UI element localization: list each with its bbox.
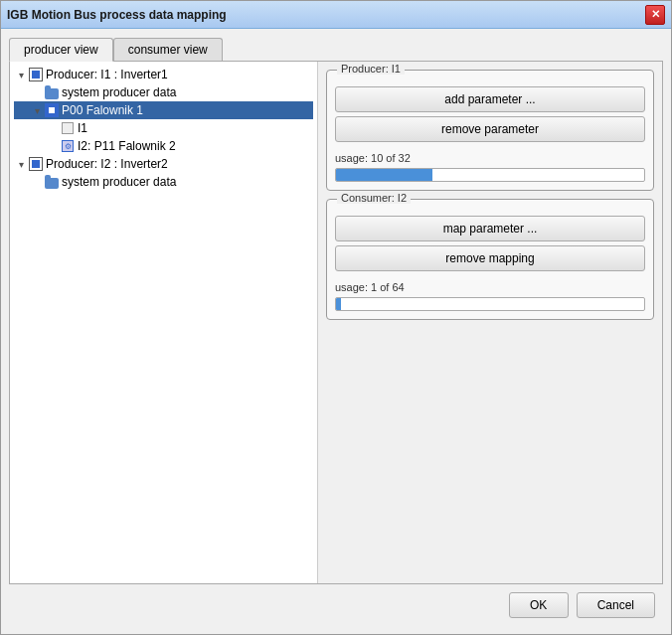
producer-icon [28,156,44,172]
consumer-group-title: Consumer: I2 [337,192,411,204]
producer-usage-label: usage: 10 of 32 [335,152,645,164]
title-bar: IGB Motion Bus process data mapping ✕ [1,1,671,29]
folder-icon [44,174,60,190]
tree-label: P00 Falownik 1 [62,103,143,117]
tree-spacer [46,139,60,153]
add-parameter-button[interactable]: add parameter ... [335,86,645,112]
tree-children: system producer data ▾ P00 Falownik 1 I1… [14,83,313,155]
producer-progress-fill [336,169,432,181]
tree-panel: ▾ Producer: I1 : Inverter1 system produc… [10,62,318,583]
tree-node: ▾ Producer: I1 : Inverter1 system produc… [14,66,313,155]
consumer-usage-label: usage: 1 of 64 [335,281,645,293]
consumer-progress-bar [335,297,645,311]
right-panel: Producer: I1 add parameter ... remove pa… [318,62,662,583]
tree-row[interactable]: ▾ Producer: I1 : Inverter1 [14,66,313,83]
tree-node: ▾ Producer: I2 : Inverter2 system produc… [14,155,313,191]
tree-row[interactable]: ▾ Producer: I2 : Inverter2 [14,155,313,173]
ok-button[interactable]: OK [509,592,569,618]
folder-icon [44,84,60,100]
tree-toggle[interactable]: ▾ [14,157,28,171]
tab-producer[interactable]: producer view [9,38,113,62]
tree-toggle[interactable]: ▾ [30,103,44,117]
tree-container: ▾ Producer: I1 : Inverter1 system produc… [14,66,313,191]
window-title: IGB Motion Bus process data mapping [7,8,227,22]
param-icon2: ⚙ [60,138,76,154]
remove-mapping-button[interactable]: remove mapping [335,245,645,271]
consumer-group: Consumer: I2 map parameter ... remove ma… [326,199,654,320]
tree-label: system producer data [62,85,176,99]
tree-children: system producer data [14,173,313,191]
tree-children: I1 ⚙ I2: P11 Falownik 2 [14,119,313,155]
tree-row[interactable]: ▾ P00 Falownik 1 [14,101,313,119]
producer-group: Producer: I1 add parameter ... remove pa… [326,70,654,191]
tree-node: ⚙ I2: P11 Falownik 2 [14,137,313,155]
tab-consumer[interactable]: consumer view [113,38,223,62]
map-parameter-button[interactable]: map parameter ... [335,216,645,241]
tree-label: Producer: I1 : Inverter1 [46,68,168,81]
tree-row[interactable]: I1 [14,119,313,137]
tree-spacer [46,121,60,135]
consumer-progress-fill [336,298,341,310]
tabs-row: producer view consumer view [9,37,663,61]
content-area: producer view consumer view ▾ Producer: … [1,29,671,634]
tree-spacer [30,175,44,189]
remove-parameter-button[interactable]: remove parameter [335,116,645,142]
main-panel: ▾ Producer: I1 : Inverter1 system produc… [9,61,663,584]
producer-progress-bar [335,168,645,182]
device-icon [44,102,60,118]
tree-row[interactable]: ⚙ I2: P11 Falownik 2 [14,137,313,155]
tree-label: I1 [78,121,87,135]
tree-label: Producer: I2 : Inverter2 [46,157,168,171]
tree-label: system producer data [62,175,176,189]
tree-toggle[interactable]: ▾ [14,68,28,81]
main-window: IGB Motion Bus process data mapping ✕ pr… [0,0,672,635]
producer-group-title: Producer: I1 [337,63,405,75]
producer-icon [28,67,44,82]
tree-node: system producer data [14,83,313,101]
tree-spacer [30,85,44,99]
tree-node: system producer data [14,173,313,191]
tree-label: I2: P11 Falownik 2 [78,139,176,153]
cancel-button[interactable]: Cancel [577,592,655,618]
tree-row[interactable]: system producer data [14,83,313,101]
producer-buttons: add parameter ... remove parameter [335,86,645,142]
param-icon [60,120,76,136]
tree-node: ▾ P00 Falownik 1 I1 ⚙ I2: P11 Falownik 2 [14,101,313,155]
footer-row: OK Cancel [9,584,663,626]
tree-row[interactable]: system producer data [14,173,313,191]
consumer-buttons: map parameter ... remove mapping [335,216,645,271]
tree-node: I1 [14,119,313,137]
close-button[interactable]: ✕ [645,5,665,25]
